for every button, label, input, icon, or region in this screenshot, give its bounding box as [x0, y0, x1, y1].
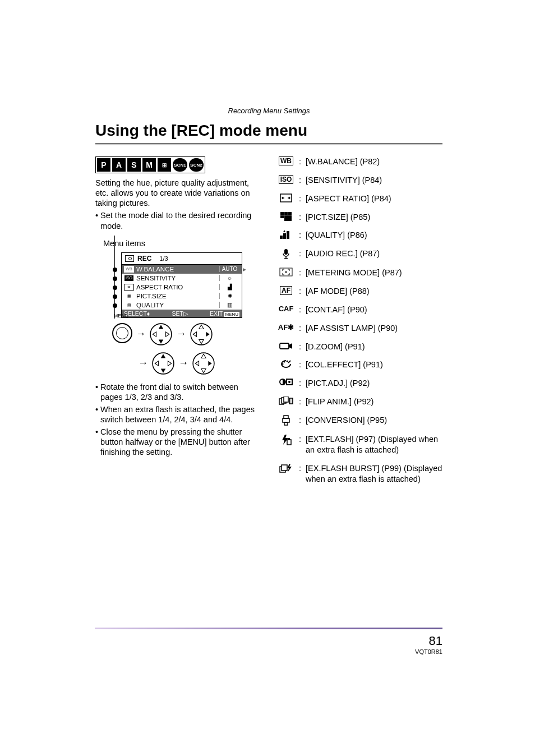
title-underline [95, 143, 442, 145]
item-text: [COL.EFFECT] (P91) [306, 359, 442, 370]
item-text: [PICT.SIZE] (P85) [306, 212, 442, 223]
item-icon [278, 378, 294, 386]
intro-bullet: •Set the mode dial to the desired record… [95, 210, 261, 231]
page-footer: 81 VQT0R81 [415, 634, 442, 655]
menu-item-row: : [ASPECT RATIO] (P84) [278, 193, 442, 204]
menu-row-value: ☼ [219, 275, 239, 281]
item-text: [EX.FLASH BURST] (P99) (Displayed when a… [306, 463, 442, 485]
colon: : [299, 230, 301, 241]
svg-rect-55 [282, 465, 287, 471]
item-text: [EXT.FLASH] (P97) (Displayed when an ext… [306, 434, 442, 455]
menu-item-row: : [METERING MODE] (P87) [278, 268, 442, 278]
svg-marker-18 [195, 361, 199, 365]
svg-marker-14 [168, 361, 171, 365]
arrow-icon: → [136, 328, 146, 340]
svg-rect-26 [280, 236, 283, 239]
quality-mini-icon: ▤ [124, 302, 134, 308]
arrow-icon: → [178, 357, 188, 369]
svg-rect-21 [280, 212, 284, 215]
svg-marker-3 [153, 331, 156, 336]
menu-row-label: W.BALANCE [136, 266, 219, 273]
item-text: [FLIP ANIM.] (P92) [306, 397, 442, 407]
menu-row-pictsize: ▦ PICT.SIZE ✺ [122, 292, 242, 301]
svg-rect-29 [284, 249, 288, 255]
colon: : [299, 378, 301, 389]
menu-set-label: SET [172, 310, 183, 317]
menu-exit-label: EXIT [210, 310, 223, 317]
right-column: WB : [W.BALANCE] (P82) ISO : [SENSITIVIT… [278, 156, 442, 484]
left-bullet-1: •Rotate the front dial to switch between… [95, 382, 261, 402]
svg-marker-6 [199, 325, 204, 329]
svg-rect-25 [284, 215, 292, 221]
svg-marker-8 [193, 331, 196, 336]
menu-item-row: ISO : [SENSITIVITY] (P84) [278, 175, 442, 186]
item-icon [278, 397, 294, 405]
item-icon: AF✱ [278, 323, 294, 333]
camera-icon [125, 255, 134, 262]
menu-screen: REC 1/3 WB W.BALANCE AUTO ▸ ISO SENSITIV… [121, 252, 242, 318]
svg-point-37 [284, 361, 285, 363]
item-text: [AF MODE] (P88) [306, 286, 442, 297]
item-icon [278, 268, 294, 276]
colon: : [299, 342, 301, 352]
item-icon: CAF [278, 305, 294, 314]
menu-item-row: : [D.ZOOM] (P91) [278, 342, 442, 352]
item-icon: AF [278, 286, 294, 295]
colon: : [299, 305, 301, 315]
left-column: P A S M ⊞ SCN1 SCN2 Setting the hue, pic… [95, 156, 261, 484]
iso-mini-icon: ISO [124, 275, 134, 282]
menu-item-row: : [EX.FLASH BURST] (P99) (Displayed when… [278, 463, 442, 485]
menu-rec-label: REC [137, 255, 151, 262]
svg-rect-44 [284, 397, 288, 402]
item-icon [278, 415, 294, 426]
svg-marker-56 [287, 464, 292, 472]
item-icon [278, 342, 294, 351]
colon: : [299, 212, 301, 223]
menu-row-label: ASPECT RATIO [136, 284, 219, 291]
menu-item-row: AF✱ : [AF ASSIST LAMP] (P90) [278, 323, 442, 334]
menu-row-value: AUTO [219, 266, 239, 272]
menu-item-row: CAF : [CONT.AF] (P90) [278, 305, 442, 315]
menu-item-row: : [PICT.ADJ.] (P92) [278, 378, 442, 389]
dpad-right-icon [190, 322, 213, 346]
svg-rect-34 [280, 343, 289, 349]
colon: : [299, 286, 301, 297]
document-id: VQT0R81 [415, 648, 442, 655]
menu-screen-header: REC 1/3 [122, 253, 242, 265]
item-text: [SENSITIVITY] (P84) [306, 175, 442, 186]
mode-dial-icons: P A S M ⊞ SCN1 SCN2 [95, 156, 205, 173]
menu-item-row: : [AUDIO REC.] (P87) [278, 248, 442, 260]
menu-item-row: WB : [W.BALANCE] (P82) [278, 156, 442, 167]
mode-a-icon: A [112, 158, 126, 172]
item-text: [AF ASSIST LAMP] (P90) [306, 323, 442, 334]
svg-point-33 [285, 271, 287, 273]
menu-page-indicator: 1/3 [159, 255, 168, 262]
item-icon [278, 248, 294, 260]
wb-mini-icon: WB [124, 266, 134, 273]
colon: : [299, 415, 301, 426]
bullet-text: Rotate the front dial to switch between … [100, 382, 261, 402]
page-title: Using the [REC] mode menu [95, 122, 442, 140]
svg-rect-22 [284, 212, 288, 215]
colon: : [299, 323, 301, 334]
svg-rect-49 [283, 418, 289, 422]
svg-rect-24 [280, 215, 284, 218]
colon: : [299, 268, 301, 278]
nav-sequence: MENU → → [112, 322, 261, 375]
svg-marker-17 [201, 368, 206, 372]
menu-row-label: SENSITIVITY [136, 275, 219, 282]
item-icon [278, 434, 294, 445]
svg-marker-35 [289, 343, 292, 349]
mode-p-icon: P [97, 158, 110, 172]
svg-marker-7 [199, 339, 204, 343]
svg-rect-50 [284, 422, 288, 425]
item-icon [278, 212, 294, 221]
svg-marker-9 [206, 331, 209, 336]
menu-item-row: : [CONVERSION] (P95) [278, 415, 442, 426]
colon: : [299, 193, 301, 204]
menu-item-row: AF : [AF MODE] (P88) [278, 286, 442, 297]
svg-point-38 [287, 361, 288, 362]
colon: : [299, 175, 301, 186]
svg-marker-1 [159, 325, 163, 329]
menu-screen-footer: SELECT♦ SET▷ EXITMENU [122, 310, 242, 317]
